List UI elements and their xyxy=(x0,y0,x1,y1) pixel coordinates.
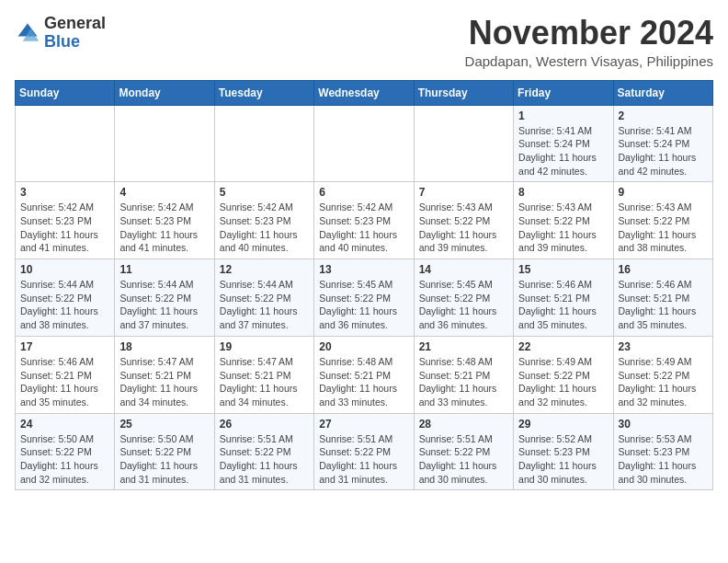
calendar-body: 1Sunrise: 5:41 AMSunset: 5:24 PMDaylight… xyxy=(16,105,713,490)
day-number: 4 xyxy=(119,186,209,199)
day-number: 11 xyxy=(119,263,209,276)
day-info: Sunrise: 5:50 AMSunset: 5:22 PMDaylight:… xyxy=(119,432,209,487)
calendar-week-row: 17Sunrise: 5:46 AMSunset: 5:21 PMDayligh… xyxy=(16,336,713,413)
day-number: 26 xyxy=(220,418,309,431)
day-number: 28 xyxy=(419,418,508,431)
calendar-week-row: 24Sunrise: 5:50 AMSunset: 5:22 PMDayligh… xyxy=(16,413,713,490)
calendar-cell: 10Sunrise: 5:44 AMSunset: 5:22 PMDayligh… xyxy=(16,259,115,337)
logo: General Blue xyxy=(15,15,106,52)
calendar-cell: 9Sunrise: 5:43 AMSunset: 5:22 PMDaylight… xyxy=(613,182,712,259)
day-info: Sunrise: 5:43 AMSunset: 5:22 PMDaylight:… xyxy=(419,201,508,255)
day-info: Sunrise: 5:47 AMSunset: 5:21 PMDaylight:… xyxy=(119,355,209,409)
weekday-header-wednesday: Wednesday xyxy=(314,80,414,105)
calendar-cell: 15Sunrise: 5:46 AMSunset: 5:21 PMDayligh… xyxy=(514,259,613,337)
day-number: 2 xyxy=(619,109,708,122)
calendar-cell xyxy=(16,105,115,182)
day-number: 13 xyxy=(319,263,408,276)
calendar-cell xyxy=(214,105,313,182)
day-info: Sunrise: 5:42 AMSunset: 5:23 PMDaylight:… xyxy=(20,201,109,255)
calendar-cell: 6Sunrise: 5:42 AMSunset: 5:23 PMDaylight… xyxy=(314,182,414,259)
calendar-cell: 1Sunrise: 5:41 AMSunset: 5:24 PMDaylight… xyxy=(514,105,613,182)
day-number: 25 xyxy=(119,418,209,431)
calendar-cell: 11Sunrise: 5:44 AMSunset: 5:22 PMDayligh… xyxy=(115,259,214,337)
weekday-header-tuesday: Tuesday xyxy=(214,80,313,105)
day-info: Sunrise: 5:52 AMSunset: 5:23 PMDaylight:… xyxy=(518,432,608,487)
day-info: Sunrise: 5:43 AMSunset: 5:22 PMDaylight:… xyxy=(518,201,608,255)
day-info: Sunrise: 5:48 AMSunset: 5:21 PMDaylight:… xyxy=(319,355,408,409)
day-info: Sunrise: 5:48 AMSunset: 5:21 PMDaylight:… xyxy=(419,355,508,409)
day-number: 6 xyxy=(319,186,408,199)
day-number: 29 xyxy=(518,418,608,431)
calendar-cell: 26Sunrise: 5:51 AMSunset: 5:22 PMDayligh… xyxy=(214,413,313,490)
calendar-cell: 5Sunrise: 5:42 AMSunset: 5:23 PMDaylight… xyxy=(214,182,313,259)
day-info: Sunrise: 5:45 AMSunset: 5:22 PMDaylight:… xyxy=(419,278,508,332)
day-info: Sunrise: 5:46 AMSunset: 5:21 PMDaylight:… xyxy=(518,278,608,332)
calendar-cell: 2Sunrise: 5:41 AMSunset: 5:24 PMDaylight… xyxy=(613,105,712,182)
calendar-cell: 13Sunrise: 5:45 AMSunset: 5:22 PMDayligh… xyxy=(314,259,414,337)
weekday-header-monday: Monday xyxy=(115,80,214,105)
calendar-cell: 29Sunrise: 5:52 AMSunset: 5:23 PMDayligh… xyxy=(514,413,613,490)
logo-blue: Blue xyxy=(44,32,80,51)
day-info: Sunrise: 5:44 AMSunset: 5:22 PMDaylight:… xyxy=(119,278,209,332)
weekday-header-sunday: Sunday xyxy=(16,80,115,105)
calendar-cell: 16Sunrise: 5:46 AMSunset: 5:21 PMDayligh… xyxy=(613,259,712,337)
weekday-header-saturday: Saturday xyxy=(613,80,712,105)
calendar-week-row: 3Sunrise: 5:42 AMSunset: 5:23 PMDaylight… xyxy=(16,182,713,259)
page-header: General Blue November 2024 Dapdapan, Wes… xyxy=(15,15,713,69)
calendar-cell: 4Sunrise: 5:42 AMSunset: 5:23 PMDaylight… xyxy=(115,182,214,259)
day-number: 7 xyxy=(419,186,508,199)
calendar-cell: 18Sunrise: 5:47 AMSunset: 5:21 PMDayligh… xyxy=(115,336,214,413)
weekday-header-thursday: Thursday xyxy=(414,80,513,105)
day-info: Sunrise: 5:49 AMSunset: 5:22 PMDaylight:… xyxy=(619,355,708,409)
calendar-cell: 21Sunrise: 5:48 AMSunset: 5:21 PMDayligh… xyxy=(414,336,513,413)
day-info: Sunrise: 5:46 AMSunset: 5:21 PMDaylight:… xyxy=(20,355,109,409)
day-info: Sunrise: 5:41 AMSunset: 5:24 PMDaylight:… xyxy=(619,124,708,178)
day-info: Sunrise: 5:51 AMSunset: 5:22 PMDaylight:… xyxy=(319,432,408,487)
day-info: Sunrise: 5:44 AMSunset: 5:22 PMDaylight:… xyxy=(220,278,309,332)
day-info: Sunrise: 5:44 AMSunset: 5:22 PMDaylight:… xyxy=(20,278,109,332)
location-subtitle: Dapdapan, Western Visayas, Philippines xyxy=(465,53,713,69)
calendar-cell: 12Sunrise: 5:44 AMSunset: 5:22 PMDayligh… xyxy=(214,259,313,337)
calendar-header: SundayMondayTuesdayWednesdayThursdayFrid… xyxy=(16,80,713,105)
day-info: Sunrise: 5:42 AMSunset: 5:23 PMDaylight:… xyxy=(119,201,209,255)
day-number: 21 xyxy=(419,340,508,353)
day-number: 12 xyxy=(220,263,309,276)
day-info: Sunrise: 5:43 AMSunset: 5:22 PMDaylight:… xyxy=(619,201,708,255)
calendar-cell: 30Sunrise: 5:53 AMSunset: 5:23 PMDayligh… xyxy=(613,413,712,490)
day-info: Sunrise: 5:49 AMSunset: 5:22 PMDaylight:… xyxy=(518,355,608,409)
calendar-cell: 8Sunrise: 5:43 AMSunset: 5:22 PMDaylight… xyxy=(514,182,613,259)
day-info: Sunrise: 5:51 AMSunset: 5:22 PMDaylight:… xyxy=(220,432,309,487)
calendar-cell: 17Sunrise: 5:46 AMSunset: 5:21 PMDayligh… xyxy=(16,336,115,413)
day-number: 15 xyxy=(518,263,608,276)
day-number: 30 xyxy=(619,418,708,431)
calendar-cell: 22Sunrise: 5:49 AMSunset: 5:22 PMDayligh… xyxy=(514,336,613,413)
day-number: 27 xyxy=(319,418,408,431)
day-number: 18 xyxy=(119,340,209,353)
calendar-cell: 27Sunrise: 5:51 AMSunset: 5:22 PMDayligh… xyxy=(314,413,414,490)
day-number: 20 xyxy=(319,340,408,353)
day-number: 22 xyxy=(518,340,608,353)
day-info: Sunrise: 5:42 AMSunset: 5:23 PMDaylight:… xyxy=(319,201,408,255)
day-number: 9 xyxy=(619,186,708,199)
day-number: 17 xyxy=(20,340,109,353)
calendar-table: SundayMondayTuesdayWednesdayThursdayFrid… xyxy=(15,80,713,491)
calendar-cell: 23Sunrise: 5:49 AMSunset: 5:22 PMDayligh… xyxy=(613,336,712,413)
day-info: Sunrise: 5:45 AMSunset: 5:22 PMDaylight:… xyxy=(319,278,408,332)
day-number: 3 xyxy=(20,186,109,199)
day-info: Sunrise: 5:51 AMSunset: 5:22 PMDaylight:… xyxy=(419,432,508,487)
day-number: 5 xyxy=(220,186,309,199)
title-block: November 2024 Dapdapan, Western Visayas,… xyxy=(465,15,713,69)
calendar-cell: 28Sunrise: 5:51 AMSunset: 5:22 PMDayligh… xyxy=(414,413,513,490)
calendar-cell: 19Sunrise: 5:47 AMSunset: 5:21 PMDayligh… xyxy=(214,336,313,413)
calendar-cell: 24Sunrise: 5:50 AMSunset: 5:22 PMDayligh… xyxy=(16,413,115,490)
calendar-cell: 3Sunrise: 5:42 AMSunset: 5:23 PMDaylight… xyxy=(16,182,115,259)
day-info: Sunrise: 5:41 AMSunset: 5:24 PMDaylight:… xyxy=(518,124,608,178)
day-info: Sunrise: 5:46 AMSunset: 5:21 PMDaylight:… xyxy=(619,278,708,332)
day-number: 24 xyxy=(20,418,109,431)
weekday-header-friday: Friday xyxy=(514,80,613,105)
calendar-cell xyxy=(314,105,414,182)
calendar-week-row: 10Sunrise: 5:44 AMSunset: 5:22 PMDayligh… xyxy=(16,259,713,337)
calendar-cell: 25Sunrise: 5:50 AMSunset: 5:22 PMDayligh… xyxy=(115,413,214,490)
day-info: Sunrise: 5:47 AMSunset: 5:21 PMDaylight:… xyxy=(220,355,309,409)
calendar-cell xyxy=(414,105,513,182)
